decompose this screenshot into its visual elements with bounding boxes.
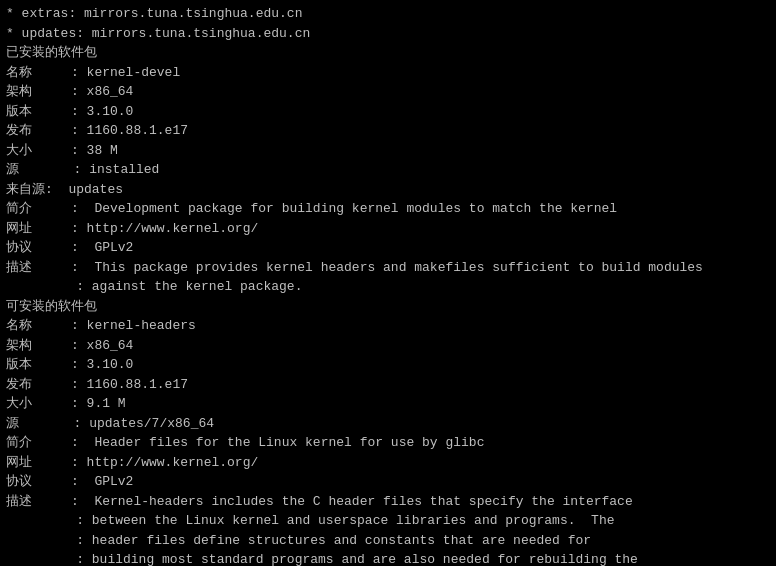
terminal-line: 架构 : x86_64 xyxy=(6,82,770,102)
terminal-line: : building most standard programs and ar… xyxy=(6,550,770,566)
terminal-line: 网址 : http://www.kernel.org/ xyxy=(6,219,770,239)
terminal-line: 版本 : 3.10.0 xyxy=(6,102,770,122)
terminal-line: 大小 : 9.1 M xyxy=(6,394,770,414)
terminal-line: 名称 : kernel-headers xyxy=(6,316,770,336)
terminal-line: 发布 : 1160.88.1.e17 xyxy=(6,121,770,141)
terminal-line: * extras: mirrors.tuna.tsinghua.edu.cn xyxy=(6,4,770,24)
terminal-line: 描述 : This package provides kernel header… xyxy=(6,258,770,278)
terminal-line: 已安装的软件包 xyxy=(6,43,770,63)
terminal-line: : against the kernel package. xyxy=(6,277,770,297)
terminal-line: : between the Linux kernel and userspace… xyxy=(6,511,770,531)
terminal-line: 可安装的软件包 xyxy=(6,297,770,317)
terminal-line: 协议 : GPLv2 xyxy=(6,472,770,492)
terminal-line: 架构 : x86_64 xyxy=(6,336,770,356)
terminal-line: 源 : installed xyxy=(6,160,770,180)
terminal-line: 协议 : GPLv2 xyxy=(6,238,770,258)
terminal-window[interactable]: * extras: mirrors.tuna.tsinghua.edu.cn* … xyxy=(0,0,776,566)
terminal-line: : header files define structures and con… xyxy=(6,531,770,551)
terminal-line: 源 : updates/7/x86_64 xyxy=(6,414,770,434)
terminal-line: 描述 : Kernel-headers includes the C heade… xyxy=(6,492,770,512)
terminal-line: 名称 : kernel-devel xyxy=(6,63,770,83)
terminal-line: * updates: mirrors.tuna.tsinghua.edu.cn xyxy=(6,24,770,44)
terminal-line: 大小 : 38 M xyxy=(6,141,770,161)
terminal-line: 简介 : Development package for building ke… xyxy=(6,199,770,219)
terminal-line: 简介 : Header files for the Linux kernel f… xyxy=(6,433,770,453)
terminal-line: 网址 : http://www.kernel.org/ xyxy=(6,453,770,473)
terminal-line: 发布 : 1160.88.1.e17 xyxy=(6,375,770,395)
terminal-line: 版本 : 3.10.0 xyxy=(6,355,770,375)
terminal-line: 来自源: updates xyxy=(6,180,770,200)
